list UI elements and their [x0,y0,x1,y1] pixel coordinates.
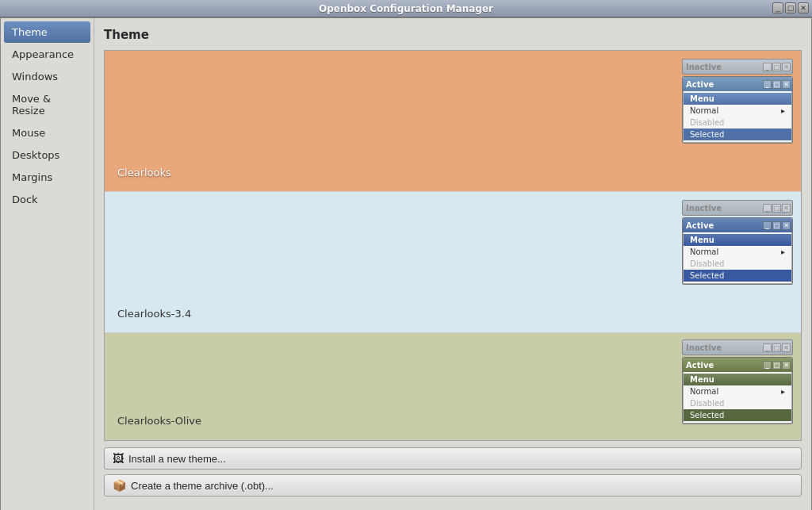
sidebar-item-margins[interactable]: Margins [4,167,90,188]
install-theme-button[interactable]: 🖼 Install a new theme... [104,447,802,470]
menu-item-menu-olive: Menu [684,374,791,385]
active-close-olive: ✕ [782,361,791,370]
create-icon: 📦 [113,479,126,492]
active-window-34: Active _ □ ✕ Menu Normal ▸ Disable [682,217,793,285]
menu-content-olive: Menu Normal ▸ Disabled Selected [683,372,792,424]
active-titlebar-34: Active _ □ ✕ [683,218,792,232]
inactive-window-olive: Inactive _ □ ✕ [682,339,793,355]
inactive-min-olive: _ [763,343,772,352]
theme-item-clearlooks[interactable]: Clearlooks Inactive _ □ ✕ [105,51,801,192]
inactive-window-clearlooks: Inactive _ □ ✕ [682,59,793,75]
theme-item-clearlooks34[interactable]: Clearlooks-3.4 Inactive _ □ ✕ [105,192,801,333]
menu-item-normal-34: Normal ▸ [684,246,791,258]
inactive-tb-buttons-olive: _ □ ✕ [763,343,791,352]
menu-item-disabled-olive: Disabled [684,397,791,409]
close-button[interactable]: ✕ [798,2,809,13]
theme-name-clearlooks: Clearlooks [117,167,171,178]
inactive-titlebar: Inactive _ □ ✕ [683,59,792,74]
create-archive-button[interactable]: 📦 Create a theme archive (.obt)... [104,474,802,497]
active-window-olive: Active _ □ ✕ Menu Normal ▸ Disable [682,357,793,424]
maximize-button[interactable]: □ [785,2,796,13]
active-close: ✕ [782,80,791,89]
sidebar-item-move-resize[interactable]: Move & Resize [4,88,90,121]
menu-content: Menu Normal ▸ Disabled Selected [683,91,792,143]
inactive-titlebar-34: Inactive _ □ ✕ [683,201,792,215]
inactive-max: □ [772,63,781,71]
inactive-min: _ [763,63,772,71]
inactive-titlebar-olive: Inactive _ □ ✕ [683,340,792,355]
active-max-olive: □ [772,361,781,370]
inactive-tb-buttons: _ □ ✕ [763,63,791,71]
active-tb-buttons-34: _ □ ✕ [763,221,791,230]
sidebar-item-appearance[interactable]: Appearance [4,44,90,65]
sidebar-item-mouse[interactable]: Mouse [4,122,90,144]
panel-title: Theme [104,28,802,42]
theme-preview-clearlooks: Inactive _ □ ✕ Active [682,59,793,144]
inactive-max-34: □ [772,204,781,213]
active-min-olive: _ [763,361,772,370]
install-icon: 🖼 [113,452,124,465]
window-title: Openbox Configuration Manager [319,3,493,14]
active-min: _ [763,80,772,89]
inactive-close-olive: ✕ [782,343,791,352]
inactive-close-34: ✕ [782,204,791,213]
active-close-34: ✕ [782,221,791,230]
menu-item-disabled-34: Disabled [684,258,791,270]
theme-item-olive[interactable]: Clearlooks-Olive Inactive _ □ ✕ [105,333,801,440]
content-area: Theme Appearance Windows Move & Resize M… [1,18,811,510]
inactive-label-34: Inactive [686,204,722,213]
inactive-min-34: _ [763,204,772,213]
minimize-button[interactable]: _ [772,2,783,13]
main-panel: Theme Clearlooks Inactive _ □ [94,18,811,510]
sidebar-item-theme[interactable]: Theme [4,21,90,43]
sidebar: Theme Appearance Windows Move & Resize M… [1,18,94,510]
active-tb-buttons-olive: _ □ ✕ [763,361,791,370]
theme-list[interactable]: Clearlooks Inactive _ □ ✕ [104,50,802,441]
inactive-label: Inactive [686,63,722,71]
menu-item-selected: Selected [684,128,791,140]
sidebar-item-desktops[interactable]: Desktops [4,144,90,166]
menu-item-selected-olive: Selected [684,409,791,421]
active-window-clearlooks: Active _ □ ✕ Menu Normal ▸ Disable [682,76,793,144]
sidebar-item-windows[interactable]: Windows [4,66,90,87]
inactive-label-olive: Inactive [686,343,722,352]
inactive-window-34: Inactive _ □ ✕ [682,200,793,216]
theme-preview-olive: Inactive _ □ ✕ Active [682,339,793,424]
active-max: □ [772,80,781,89]
menu-item-menu: Menu [684,93,791,105]
menu-item-selected-34: Selected [684,270,791,282]
inactive-max-olive: □ [772,343,781,352]
inactive-tb-buttons-34: _ □ ✕ [763,204,791,213]
active-titlebar-olive: Active _ □ ✕ [683,358,792,372]
title-bar: Openbox Configuration Manager _ □ ✕ [0,0,812,17]
theme-preview-clearlooks34: Inactive _ □ ✕ Active [682,200,793,285]
menu-item-normal-olive: Normal ▸ [684,385,791,397]
menu-item-disabled: Disabled [684,117,791,128]
active-tb-buttons: _ □ ✕ [763,80,791,89]
inactive-close: ✕ [782,63,791,71]
menu-item-menu-34: Menu [684,234,791,246]
buttons-area: 🖼 Install a new theme... 📦 Create a them… [104,441,802,504]
menu-item-normal: Normal ▸ [684,105,791,117]
active-label-34: Active [686,221,714,230]
window-controls: _ □ ✕ [772,2,809,13]
theme-name-clearlooks34: Clearlooks-3.4 [117,308,191,320]
active-min-34: _ [763,221,772,230]
active-titlebar: Active _ □ ✕ [683,77,792,91]
active-label: Active [686,80,714,89]
theme-name-olive: Clearlooks-Olive [117,415,201,427]
active-max-34: □ [772,221,781,230]
sidebar-item-dock[interactable]: Dock [4,189,90,210]
app-window: Theme Appearance Windows Move & Resize M… [0,17,812,510]
menu-content-34: Menu Normal ▸ Disabled Selected [683,232,792,284]
active-label-olive: Active [686,361,714,370]
